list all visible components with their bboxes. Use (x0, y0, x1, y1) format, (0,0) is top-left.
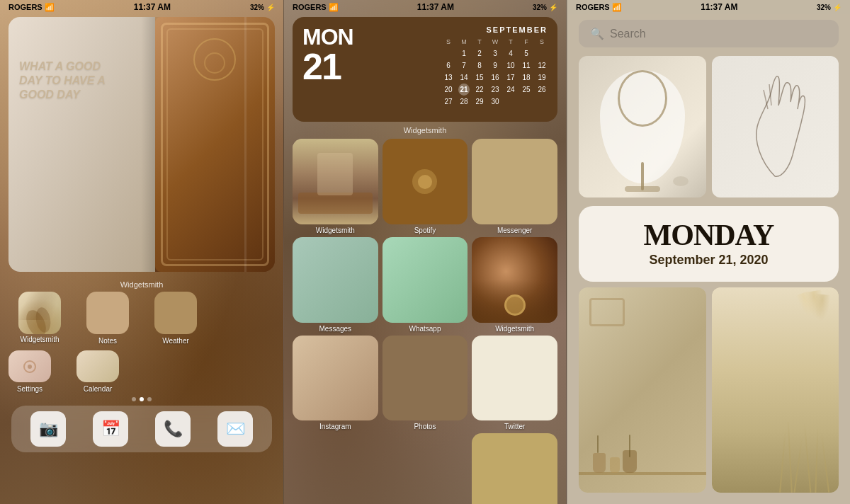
settings-label: Settings (17, 385, 42, 393)
whatsapp-label: Whatsapp (409, 325, 441, 333)
search-bar[interactable]: 🔍 Search (579, 20, 839, 47)
app-whatsapp[interactable]: Whatsapp (382, 237, 468, 333)
stem-2 (629, 435, 630, 457)
pampas-tops (793, 291, 835, 326)
app-facebook[interactable]: Facebook (472, 433, 557, 504)
widgetsmith-label-2: Widgetsmith (284, 126, 566, 134)
calendar-widget-2[interactable]: MON 21 SEPTEMBER S M T W T F S (293, 17, 557, 122)
mirror-circle-decor (618, 70, 667, 127)
monday-widget[interactable]: MONDAY September 21, 2020 (579, 206, 839, 282)
app-notes[interactable]: Notes (76, 292, 139, 345)
dock-phone-1[interactable]: 📞 (155, 411, 191, 447)
settings-decoration (16, 353, 44, 381)
photos-label: Photos (414, 423, 436, 430)
picture-frame (589, 298, 625, 326)
spotify-label: Spotify (414, 227, 436, 234)
search-bar-container: 🔍 Search (567, 14, 850, 53)
vase-2 (610, 457, 620, 473)
widgetsmith-label-1: Widgetsmith (0, 277, 283, 290)
battery-3: 32% (817, 4, 831, 11)
widgetsmith-small-label-1: Widgetsmith (20, 336, 59, 343)
cal-month: SEPTEMBER (443, 25, 548, 34)
dock-calendar-1[interactable]: 📅 (93, 411, 128, 447)
dot-1-2 (140, 397, 144, 401)
interior-photo (579, 287, 706, 493)
calendar-label-s1: Calendar (84, 385, 113, 393)
widgetsmith-large-widget-1[interactable]: WHAT A GOOD DAY TO HAVE A GOOD DAY (8, 17, 275, 272)
app-row-3-s2: Instagram Photos Twitter (293, 336, 557, 431)
dock-camera-1[interactable]: 📷 (30, 411, 66, 447)
app-messages[interactable]: Messages (293, 237, 378, 333)
screen1: ROGERS 📶 11:37 AM 32% ⚡ WHAT A GOOD DAY … (0, 0, 283, 504)
cal-grid: S M T W T F S 12345 6789101112 131415161… (443, 37, 548, 108)
wifi-icon-2: 📶 (329, 3, 339, 12)
page-dots-1 (0, 397, 283, 401)
dot-1-1 (132, 397, 136, 401)
svg-point-0 (23, 307, 50, 334)
leaf-decoration (22, 292, 57, 334)
app-weather[interactable]: Weather (144, 292, 207, 345)
time-1: 11:37 AM (134, 2, 171, 12)
app-grid-1: Widgetsmith Notes Weather (8, 292, 275, 345)
grass-lines (775, 422, 832, 493)
messenger-label: Messenger (497, 227, 532, 234)
photo-grid-top (579, 56, 839, 197)
svg-point-3 (28, 365, 32, 369)
widgetsmith-photo-s2[interactable]: Widgetsmith (293, 139, 378, 234)
notes-label: Notes (98, 337, 117, 345)
pampas-photo (712, 287, 839, 493)
battery-icon-1: ⚡ (266, 4, 275, 11)
mirror-photo (579, 56, 706, 197)
app-row-2-s2: Messages Whatsapp Widgetsmith (293, 237, 557, 333)
line-art-photo (712, 56, 839, 197)
hand-line-art (732, 63, 817, 190)
carrier-3: ROGERS (576, 3, 610, 11)
wifi-icon-3: 📶 (612, 3, 622, 12)
dock-1: 📷 📅 📞 ✉️ (11, 406, 272, 452)
screen3: ROGERS 📶 11:37 AM 32% ⚡ 🔍 Search (567, 0, 850, 504)
widgetsmith-small-widget-1[interactable]: Widgetsmith (8, 292, 71, 345)
widget-inspirational-text: WHAT A GOOD DAY TO HAVE A GOOD DAY (19, 59, 118, 102)
dot-1-3 (147, 397, 152, 401)
camera-icon-1: 📷 (39, 420, 58, 438)
app-grid-1b: Settings Calendar (8, 350, 275, 393)
twitter-label: Twitter (504, 423, 525, 430)
cal-day-num: 21 (302, 48, 353, 85)
screen2: ROGERS 📶 11:37 AM 32% ⚡ MON 21 SEPTEMBER (283, 0, 567, 504)
search-placeholder: Search (610, 28, 646, 40)
app-photos[interactable]: Photos (382, 336, 468, 431)
monday-day: MONDAY (596, 220, 822, 250)
app-instagram[interactable]: Instagram (293, 336, 378, 431)
widgetsmith-coffee-label-s2: Widgetsmith (495, 325, 534, 333)
stem-1 (597, 435, 599, 453)
app-spotify[interactable]: Spotify (382, 139, 468, 234)
monday-date: September 21, 2020 (596, 253, 822, 268)
app-empty-1 (212, 292, 275, 345)
photo-grid-bottom (579, 287, 839, 493)
status-bar-3: ROGERS 📶 11:37 AM 32% ⚡ (567, 0, 850, 14)
mail-icon-1: ✉️ (226, 420, 245, 438)
app-calendar-s1[interactable]: Calendar (76, 350, 119, 393)
time-3: 11:37 AM (701, 2, 737, 12)
phone-icon-1: 📞 (164, 420, 183, 438)
time-2: 11:37 AM (417, 2, 454, 12)
status-bar-2: ROGERS 📶 11:37 AM 32% ⚡ (284, 0, 566, 14)
dock-mail-1[interactable]: ✉️ (217, 411, 253, 447)
battery-icon-2: ⚡ (549, 4, 557, 11)
svg-point-1 (34, 307, 52, 334)
carrier-2: ROGERS (293, 3, 327, 11)
app-messenger[interactable]: Messenger (472, 139, 557, 234)
app-twitter[interactable]: Twitter (472, 336, 557, 431)
carrier-1: ROGERS (8, 3, 42, 11)
widgetsmith-coffee-s2[interactable]: Widgetsmith (472, 237, 557, 333)
app-row-1-s2: Widgetsmith Spotify Messenger (293, 139, 557, 234)
weather-label: Weather (162, 337, 189, 345)
battery-icon-3: ⚡ (833, 4, 842, 11)
status-bar-1: ROGERS 📶 11:37 AM 32% ⚡ (0, 0, 283, 14)
messages-label: Messages (319, 325, 352, 333)
calendar-dock-icon-1: 📅 (101, 420, 120, 438)
cal-day-name: MON (302, 25, 353, 48)
battery-2: 32% (533, 4, 547, 11)
battery-1: 32% (250, 4, 264, 11)
app-settings[interactable]: Settings (8, 350, 51, 393)
